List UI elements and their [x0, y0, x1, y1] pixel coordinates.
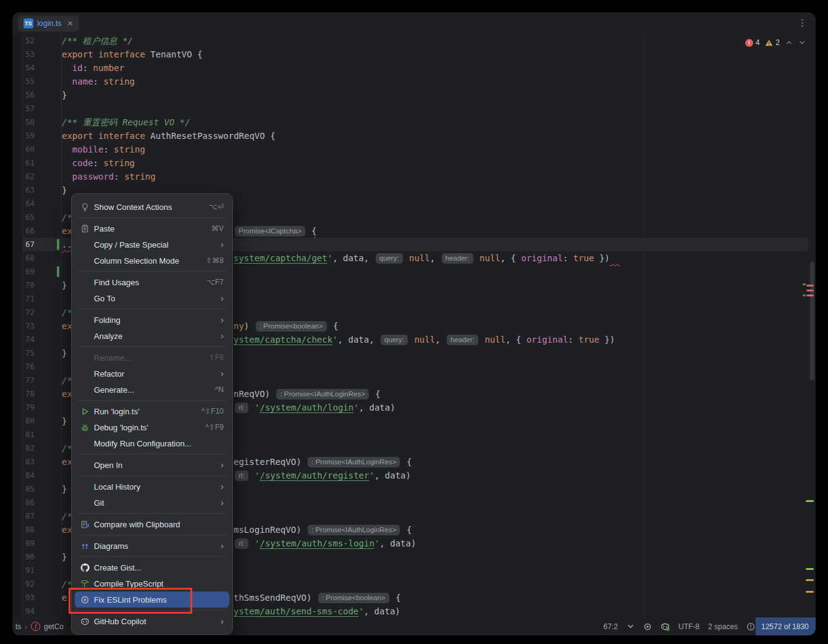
menu-item-diagrams[interactable]: Diagrams› — [75, 538, 229, 554]
code-link[interactable]: system/captcha/get — [234, 253, 327, 263]
warning-count-badge[interactable]: 2 — [765, 38, 780, 47]
code-line-56[interactable]: 56} — [12, 88, 816, 102]
stripe-mark-changed[interactable] — [806, 568, 814, 570]
stripe-mark-changed[interactable] — [806, 500, 814, 502]
code-line-60[interactable]: 60 mobile: string — [12, 143, 816, 156]
line-number: 80 — [19, 414, 35, 428]
menu-separator — [78, 346, 226, 347]
lightbulb-icon — [80, 202, 90, 212]
line-number: 60 — [19, 143, 35, 156]
tab-login-ts[interactable]: TS login.ts ✕ — [18, 15, 79, 31]
code-token: } — [62, 484, 67, 494]
line-number: 63 — [19, 183, 35, 197]
code-token — [62, 77, 72, 86]
menu-separator — [78, 309, 226, 309]
menu-item-find-usages[interactable]: Find Usages⌥F7 — [75, 274, 229, 290]
inspections-status-icon[interactable] — [643, 622, 652, 631]
menu-item-shortcut: ⌥F7 — [206, 278, 224, 286]
code-link[interactable]: /system/auth/register — [260, 470, 369, 480]
menu-item-local-history[interactable]: Local History› — [75, 479, 229, 495]
stripe-mark-changed[interactable] — [803, 295, 806, 296]
code-token — [475, 253, 479, 263]
error-icon: ! — [745, 39, 753, 47]
line-number: 83 — [19, 455, 35, 469]
submenu-arrow-icon: › — [221, 462, 224, 468]
tab-close-icon[interactable]: ✕ — [67, 19, 74, 28]
problems-icon[interactable] — [746, 622, 755, 631]
stripe-mark-error[interactable] — [806, 295, 814, 296]
code-token: string — [114, 144, 145, 154]
code-token: ny — [234, 321, 244, 331]
code-token: rl: — [235, 538, 248, 549]
line-number: 73 — [19, 319, 35, 333]
copilot-status-icon[interactable] — [661, 622, 670, 631]
code-link[interactable]: /system/auth/sms-login — [260, 538, 374, 548]
stripe-mark-changed[interactable] — [803, 283, 806, 285]
menu-item-rename[interactable]: Rename...⇧F6 — [75, 349, 229, 366]
breadcrumb[interactable]: ts › f getCo — [15, 617, 64, 635]
menu-item-copy-paste-special[interactable]: Copy / Paste Special› — [75, 236, 229, 253]
submenu-arrow-icon: › — [221, 295, 224, 301]
stripe-mark-warning[interactable] — [806, 591, 814, 593]
code-link[interactable]: ystem/captcha/check — [234, 335, 332, 345]
menu-item-modify-run-configuration[interactable]: Modify Run Configuration... — [75, 435, 229, 451]
code-line-58[interactable]: 58/** 重置密码 Request VO */ — [12, 115, 816, 129]
menu-item-git[interactable]: Git› — [75, 495, 229, 511]
error-count-badge[interactable]: ! 4 — [745, 38, 760, 47]
line-number: 85 — [19, 482, 35, 496]
file-encoding[interactable]: UTF-8 — [678, 622, 699, 631]
code-token: egisterReqVO) — [234, 457, 302, 467]
menu-item-open-in[interactable]: Open In› — [75, 457, 229, 473]
code-link[interactable]: /system/auth/login — [260, 403, 353, 412]
code-token: original — [526, 335, 568, 345]
line-number: 68 — [19, 251, 35, 265]
menu-item-analyze[interactable]: Analyze› — [75, 328, 229, 344]
inspections-widget[interactable]: ! 4 2 — [745, 38, 806, 47]
annotation-highlight-box — [69, 588, 192, 614]
menu-item-run-login-ts[interactable]: Run 'login.ts'^⇧F10 — [75, 403, 229, 419]
menu-item-refactor[interactable]: Refactor› — [75, 366, 229, 382]
menu-separator — [78, 475, 226, 476]
breadcrumb-symbol[interactable]: getCo — [44, 622, 64, 631]
more-options-icon[interactable]: ⋮ — [798, 17, 807, 28]
stripe-mark-error[interactable] — [806, 285, 814, 286]
code-line-52[interactable]: 52/** 租户信息 */ — [12, 34, 816, 48]
memory-indicator[interactable]: 12572 of 1830 — [756, 617, 816, 635]
code-line-57[interactable]: 57 — [12, 102, 816, 115]
menu-item-compare-with-clipboard[interactable]: Compare with Clipboard — [75, 516, 229, 532]
line-number: 65 — [19, 211, 35, 224]
menu-item-folding[interactable]: Folding› — [75, 312, 229, 328]
menu-item-label: Run 'login.ts' — [94, 407, 194, 416]
code-line-53[interactable]: 53export interface TenantVO { — [12, 48, 816, 61]
menu-item-create-gist[interactable]: Create Gist... — [75, 559, 229, 575]
breadcrumb-file[interactable]: ts — [15, 622, 21, 631]
menu-item-paste[interactable]: Paste⌘V — [75, 220, 229, 236]
code-line-59[interactable]: 59export interface AuthResetPasswordReqV… — [12, 129, 816, 143]
menu-item-github-copilot[interactable]: GitHub Copilot› — [75, 613, 229, 629]
menu-item-column-selection-mode[interactable]: Column Selection Mode⇧⌘8 — [75, 253, 229, 269]
scrollbar-thumb[interactable] — [810, 262, 814, 380]
caret-position[interactable]: 67:2 — [604, 622, 618, 631]
code-line-55[interactable]: 55 name: string — [12, 75, 816, 88]
menu-item-go-to[interactable]: Go To› — [75, 290, 229, 306]
stripe-mark-warning[interactable] — [806, 579, 814, 581]
menu-item-generate[interactable]: Generate...^N — [75, 382, 229, 398]
stripe-mark-error[interactable] — [806, 290, 814, 291]
next-problem-icon[interactable] — [798, 39, 806, 46]
error-count: 4 — [756, 38, 760, 47]
code-token: number — [93, 63, 125, 73]
previous-problem-icon[interactable] — [785, 39, 793, 46]
menu-item-label: Show Context Actions — [94, 203, 201, 212]
menu-item-debug-login-ts[interactable]: Debug 'login.ts'^⇧F9 — [75, 419, 229, 435]
line-number: 57 — [19, 102, 35, 115]
line-number: 53 — [19, 48, 35, 61]
code-link[interactable]: ystem/auth/send-sms-code — [234, 606, 358, 616]
line-number: 89 — [19, 537, 35, 550]
code-line-61[interactable]: 61 code: string — [12, 156, 816, 170]
indent-setting[interactable]: 2 spaces — [708, 622, 738, 631]
menu-item-show-context-actions[interactable]: Show Context Actions⌥⏎ — [75, 199, 229, 215]
code-line-54[interactable]: 54 id: number — [12, 61, 816, 75]
chevron-down-icon[interactable] — [627, 622, 635, 630]
code-line-62[interactable]: 62 password: string — [12, 170, 816, 183]
code-token: query: — [376, 253, 403, 264]
